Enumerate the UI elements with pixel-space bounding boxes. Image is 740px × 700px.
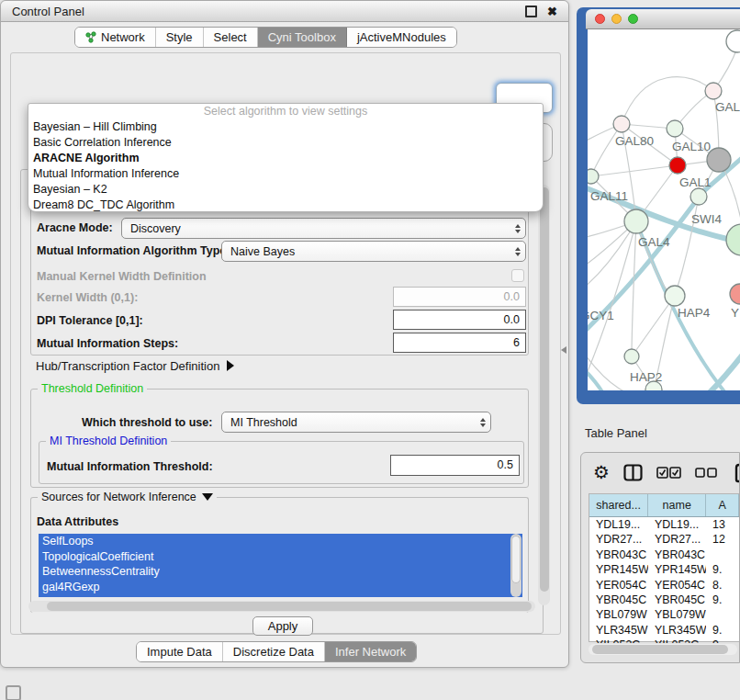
tab-network[interactable]: Network <box>75 28 156 47</box>
algorithm-option[interactable]: Bayesian – Hill Climbing <box>28 119 543 135</box>
manual-kernel-checkbox[interactable] <box>511 269 524 282</box>
table-row[interactable]: YBR045CYBR045C9. <box>589 593 739 607</box>
node-big-right[interactable] <box>726 224 740 255</box>
tab-impute-data[interactable]: Impute Data <box>137 642 223 661</box>
algorithm-selection-popup: Select algorithm to view settings Bayesi… <box>28 103 544 212</box>
table-row[interactable]: YPR145WYPR145W9. <box>589 562 739 577</box>
scrollbar-thumb[interactable] <box>47 602 532 611</box>
node-gal10[interactable] <box>667 120 683 137</box>
import-table-icon[interactable] <box>734 461 740 483</box>
network-view-window: GAL7GAL80GAL10GAL1GAL11SWI4GAL4GCY1HAP4Y… <box>577 7 740 404</box>
table-cell <box>706 607 739 622</box>
node-salmon[interactable] <box>730 284 740 304</box>
attribute-item[interactable]: BetweennessCentrality <box>39 564 522 580</box>
node-gal80[interactable] <box>613 116 630 132</box>
data-attributes-list[interactable]: SelfLoopsTopologicalCoefficientBetweenne… <box>39 534 522 597</box>
hub-definition-expander[interactable]: Hub/Transcription Factor Definition <box>36 359 234 373</box>
table-cell: YDL19... <box>589 517 648 532</box>
split-pane-collapse-icon[interactable] <box>561 346 566 354</box>
tab-jactivemnodules[interactable]: jActiveMNodules <box>347 28 456 47</box>
column-header[interactable]: name <box>648 494 706 516</box>
table-row[interactable]: YDR27...YDR27...12 <box>589 532 739 547</box>
settings-gear-icon[interactable]: ⚙ <box>593 463 610 481</box>
algorithm-option[interactable]: Mutual Information Inference <box>28 166 543 182</box>
tab-style[interactable]: Style <box>156 28 204 47</box>
node-top-right[interactable] <box>726 30 740 52</box>
node-label-hap2: HAP2 <box>630 370 662 384</box>
algorithm-option[interactable]: Dream8 DC_TDC Algorithm <box>28 198 543 212</box>
node-hap4[interactable] <box>665 286 685 306</box>
bottom-left-partial-button[interactable] <box>6 685 21 700</box>
node-label-swi4: SWI4 <box>691 212 722 226</box>
tab-select[interactable]: Select <box>204 28 258 47</box>
table-row[interactable]: YLR345WYLR345W9. <box>589 623 739 638</box>
settings-horizontal-scrollbar[interactable] <box>28 601 535 612</box>
tab-discretize-data[interactable]: Discretize Data <box>223 642 325 661</box>
table-row[interactable]: YIL053CYIL053C9 <box>589 638 739 643</box>
table-row[interactable]: YDL19...YDL19...13 <box>589 517 739 532</box>
table-header-row: shared...nameA <box>589 494 739 517</box>
float-window-icon[interactable] <box>525 6 537 17</box>
dpi-tolerance-label: DPI Tolerance [0,1]: <box>37 314 143 327</box>
aracne-mode-combo[interactable]: Discovery <box>121 218 526 239</box>
table-cell: YER054C <box>589 578 648 593</box>
scrollbar-thumb[interactable] <box>592 645 728 654</box>
table-cell <box>706 548 739 562</box>
sources-group-title[interactable]: Sources for Network Inference <box>38 491 217 503</box>
node-gal7[interactable] <box>705 83 722 99</box>
table-cell: 8. <box>706 578 739 593</box>
node-label-gal4: GAL4 <box>638 235 670 249</box>
settings-vertical-scrollbar[interactable] <box>538 185 550 605</box>
node-gal1-selected[interactable] <box>669 157 686 174</box>
table-cell: YBL079W <box>648 607 706 622</box>
attribute-item[interactable]: gal4RGexp <box>39 580 522 595</box>
network-canvas[interactable]: GAL7GAL80GAL10GAL1GAL11SWI4GAL4GCY1HAP4Y… <box>588 29 740 390</box>
table-row[interactable]: YBL079WYBL079W <box>589 607 739 622</box>
table-row[interactable]: YER054CYER054C8. <box>589 578 739 593</box>
tab-cyni-toolbox[interactable]: Cyni Toolbox <box>258 28 347 47</box>
mi-type-combo[interactable]: Naive Bayes <box>221 241 526 262</box>
attribute-item[interactable]: SelfLoops <box>39 534 522 549</box>
column-header[interactable]: A <box>706 494 739 516</box>
threshold-definition-group: Threshold Definition Which threshold to … <box>30 389 529 488</box>
table-horizontal-scrollbar[interactable] <box>589 644 737 655</box>
algorithm-option[interactable]: Bayesian – K2 <box>28 182 543 198</box>
scrollbar-thumb[interactable] <box>540 187 549 592</box>
node-gal11[interactable] <box>588 169 599 184</box>
close-window-icon[interactable]: ✖ <box>547 6 557 17</box>
control-panel-window: Control Panel ✖ NetworkStyleSelectCyni T… <box>0 0 569 668</box>
close-traffic-light-icon[interactable] <box>595 14 605 24</box>
node-swi4[interactable] <box>690 188 707 205</box>
column-header[interactable]: shared... <box>589 494 648 516</box>
network-window-titlebar[interactable] <box>586 9 740 29</box>
algorithm-option[interactable]: Basic Correlation Inference <box>28 135 543 151</box>
sources-title-text: Sources for Network Inference <box>41 491 196 503</box>
table-cell: YBR043C <box>589 548 648 562</box>
attributes-list-scrollbar[interactable] <box>510 534 521 597</box>
mi-threshold-field[interactable]: 0.5 <box>390 455 520 476</box>
which-threshold-combo[interactable]: MI Threshold <box>221 412 491 433</box>
mi-steps-field[interactable]: 6 <box>393 333 526 353</box>
tab-label: Infer Network <box>335 645 406 659</box>
deselect-all-checkboxes-icon[interactable] <box>695 468 718 478</box>
algorithm-option[interactable]: ARACNE Algorithm <box>28 151 543 166</box>
column-layout-icon[interactable] <box>623 464 643 481</box>
control-panel-titlebar[interactable]: Control Panel ✖ <box>1 1 568 22</box>
table-cell: YPR145W <box>589 562 648 577</box>
table-row[interactable]: YBR043CYBR043C <box>589 548 739 562</box>
attribute-item[interactable]: TopologicalCoefficient <box>39 549 522 565</box>
select-all-checkboxes-icon[interactable] <box>656 467 681 479</box>
table-body: YDL19...YDL19...13YDR27...YDR27...12YBR0… <box>589 517 739 643</box>
table-cell: 9 <box>706 638 739 643</box>
apply-button[interactable]: Apply <box>252 616 313 636</box>
table-cell: YIL053C <box>648 638 706 643</box>
node-gal4[interactable] <box>624 209 648 233</box>
network-edge <box>591 165 678 176</box>
zoom-traffic-light-icon[interactable] <box>628 14 638 24</box>
tab-infer-network[interactable]: Infer Network <box>325 642 416 661</box>
dpi-tolerance-field[interactable]: 0.0 <box>393 310 526 330</box>
node-hap2[interactable] <box>624 349 639 364</box>
minimize-traffic-light-icon[interactable] <box>611 14 622 24</box>
network-edge <box>591 124 622 176</box>
mi-type-value: Naive Bayes <box>230 245 295 258</box>
